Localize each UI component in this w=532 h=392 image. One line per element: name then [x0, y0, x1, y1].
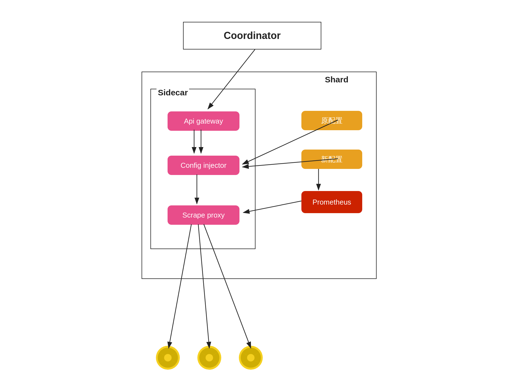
svg-point-1: [164, 354, 172, 362]
xin-config-box: 新配置: [301, 150, 362, 169]
prometheus-label: Prometheus: [312, 198, 351, 207]
diagram-container: Coordinator Shard Sidecar Api gateway Co…: [128, 16, 404, 376]
config-injector-label: Config injector: [181, 161, 226, 170]
prometheus-box: Prometheus: [301, 191, 362, 213]
scrape-proxy-box: Scrape proxy: [168, 205, 239, 225]
svg-point-3: [206, 354, 213, 362]
config-injector-box: Config injector: [168, 156, 239, 175]
coordinator-label: Coordinator: [224, 30, 281, 41]
shutter-icon-1: [155, 345, 180, 370]
shard-label: Shard: [325, 75, 348, 84]
coordinator-box: Coordinator: [183, 22, 321, 49]
shutter-icon-2: [197, 345, 222, 370]
shutter-icon-3: [238, 345, 263, 370]
api-gateway-label: Api gateway: [184, 117, 223, 126]
scrape-proxy-label: Scrape proxy: [182, 211, 225, 219]
yuan-config-label: 原配置: [321, 116, 343, 126]
xin-config-label: 新配置: [321, 155, 343, 164]
sidecar-label: Sidecar: [157, 88, 189, 97]
main-outer-box: Shard Sidecar Api gateway Config injecto…: [142, 72, 377, 279]
api-gateway-box: Api gateway: [168, 111, 239, 131]
svg-point-5: [247, 354, 255, 362]
sidecar-box: Sidecar Api gateway Config injector Scra…: [150, 89, 255, 249]
yuan-config-box: 原配置: [301, 111, 362, 130]
shutters-container: [155, 345, 263, 370]
